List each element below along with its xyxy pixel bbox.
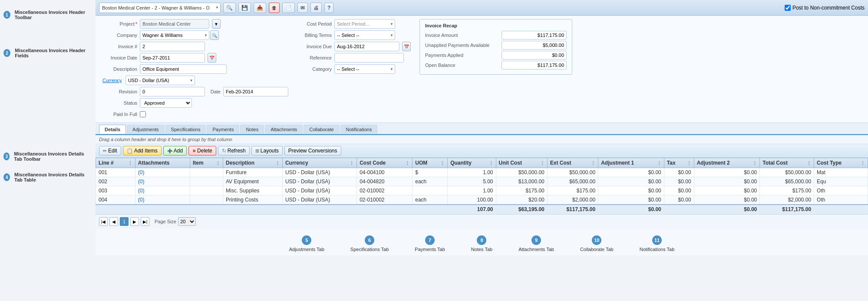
breadcrumb-select[interactable]: Boston Medical Center - 2 - Wagner & Wil… xyxy=(99,3,221,13)
status-select[interactable]: Approved xyxy=(140,98,192,108)
col-header-ext-cost[interactable]: Ext Cost⋮ xyxy=(547,158,598,168)
currency-sort-icon[interactable]: ⋮ xyxy=(350,161,354,165)
cell-line-1: 002 xyxy=(96,177,135,186)
edit-button[interactable]: Edit xyxy=(99,146,121,155)
company-search-btn[interactable] xyxy=(210,30,219,40)
save-button[interactable] xyxy=(238,3,251,13)
tab-payments[interactable]: Payments xyxy=(207,125,239,134)
add-button[interactable]: Add xyxy=(163,146,187,155)
table-row[interactable]: 001 (0) Furniture USD - Dollar (USA) 04-… xyxy=(96,168,868,177)
col-header-tax[interactable]: Tax⋮ xyxy=(664,158,694,168)
cell-item-3 xyxy=(190,195,223,205)
cost-code-sort-icon[interactable]: ⋮ xyxy=(405,161,409,165)
cell-attachments-1[interactable]: (0) xyxy=(135,177,190,186)
revision-date-input[interactable] xyxy=(223,87,288,96)
invoice-due-calendar-icon xyxy=(404,43,409,50)
qty-sort-icon[interactable]: ⋮ xyxy=(489,161,493,165)
help-button[interactable] xyxy=(324,3,333,13)
breadcrumb-select-wrapper[interactable]: Boston Medical Center - 2 - Wagner & Wil… xyxy=(99,3,221,13)
desc-sort-icon[interactable]: ⋮ xyxy=(275,161,280,165)
total-cost-sort-icon[interactable]: ⋮ xyxy=(807,161,811,165)
cost-type-sort-icon[interactable]: ⋮ xyxy=(861,161,865,165)
cell-attachments-0[interactable]: (0) xyxy=(135,168,190,177)
invoice-due-calendar-btn[interactable] xyxy=(402,42,411,51)
add-items-button[interactable]: Add Items xyxy=(123,146,162,155)
uom-sort-icon[interactable]: ⋮ xyxy=(440,161,445,165)
invoice-date-calendar-btn[interactable] xyxy=(208,53,216,63)
currency-link[interactable]: Currency xyxy=(102,78,122,83)
tab-specifications[interactable]: Specifications xyxy=(165,125,206,134)
adj2-sort-icon[interactable]: ⋮ xyxy=(752,161,757,165)
table-row[interactable]: 002 (0) AV Equipment USD - Dollar (USA) … xyxy=(96,177,868,186)
unit-cost-sort-icon[interactable]: ⋮ xyxy=(540,161,545,165)
revision-input[interactable] xyxy=(140,87,205,96)
post-noncommitment-checkbox[interactable] xyxy=(785,5,791,11)
side-annotations: 1 Miscellaneous Invoices Header Toolbar … xyxy=(0,0,96,185)
col-header-currency[interactable]: Currency⋮ xyxy=(282,158,356,168)
layouts-button[interactable]: Layouts xyxy=(251,146,283,155)
drag-hint: Drag a column header and drop it here to… xyxy=(96,135,868,144)
currency-select[interactable]: USD - Dollar (USA) xyxy=(125,76,195,85)
tax-sort-icon[interactable]: ⋮ xyxy=(687,161,691,165)
col-header-item[interactable]: Item⋮ xyxy=(190,158,223,168)
category-select[interactable]: -- Select -- xyxy=(334,64,395,74)
company-label: Company xyxy=(102,33,137,38)
col-header-cost-code[interactable]: Cost Code⋮ xyxy=(357,158,413,168)
tab-attachments[interactable]: Attachments xyxy=(265,125,303,134)
annotation-10: 10 Collaborate Tab xyxy=(580,235,614,252)
invoice-num-input[interactable] xyxy=(140,42,205,51)
cell-attachments-2[interactable]: (0) xyxy=(135,186,190,195)
next-page-btn[interactable]: ▶ xyxy=(130,217,139,226)
billing-terms-select[interactable]: -- Select -- xyxy=(334,30,395,40)
col-header-adj1[interactable]: Adjustment 1⋮ xyxy=(598,158,664,168)
adj1-sort-icon[interactable]: ⋮ xyxy=(657,161,661,165)
delete-button[interactable] xyxy=(269,3,280,13)
col-header-cost-type[interactable]: Cost Type⋮ xyxy=(814,158,868,168)
company-select-wrapper[interactable]: Wagner & Williams xyxy=(140,30,209,40)
cell-cost-type-1: Equ xyxy=(814,177,868,186)
delete-row-label: Delete xyxy=(197,148,212,154)
preview-conversions-button[interactable]: Preview Conversions xyxy=(284,146,341,155)
print-button[interactable] xyxy=(310,3,322,13)
col-header-adj2[interactable]: Adjustment 2⋮ xyxy=(694,158,760,168)
table-row[interactable]: 003 (0) Misc. Supplies USD - Dollar (USA… xyxy=(96,186,868,195)
search-button[interactable] xyxy=(223,3,236,13)
tab-notifications[interactable]: Notifications xyxy=(340,125,378,134)
project-select-btn[interactable]: ▼ xyxy=(212,19,221,29)
description-input[interactable] xyxy=(140,64,227,74)
email-button[interactable] xyxy=(297,3,308,13)
invoice-date-input[interactable] xyxy=(140,53,205,63)
cost-period-select[interactable]: Select Period... Select Period " Select … xyxy=(334,19,395,29)
col-header-quantity[interactable]: Quantity⋮ xyxy=(448,158,496,168)
company-select[interactable]: Wagner & Williams xyxy=(140,30,209,40)
col-header-total-cost[interactable]: Total Cost⋮ xyxy=(760,158,814,168)
line-sort-icon[interactable]: ⋮ xyxy=(128,161,132,165)
item-sort-icon[interactable]: ⋮ xyxy=(216,161,220,165)
cell-adj1-3: $0.00 xyxy=(598,195,664,205)
save-close-button[interactable] xyxy=(254,3,266,13)
delete-row-button[interactable]: Delete xyxy=(188,146,216,155)
table-row[interactable]: 004 (0) Printing Costs USD - Dollar (USA… xyxy=(96,195,868,205)
tab-collaborate[interactable]: Collaborate xyxy=(304,125,339,134)
prev-page-btn[interactable]: ◀ xyxy=(109,217,118,226)
reference-input[interactable] xyxy=(334,53,404,63)
col-header-attachments[interactable]: Attachments xyxy=(135,158,190,168)
new-button[interactable]: 📄 xyxy=(282,3,295,13)
tab-details[interactable]: Details xyxy=(99,125,126,134)
cell-total-cost-2: $175.00 xyxy=(760,186,814,195)
col-header-unit-cost[interactable]: Unit Cost⋮ xyxy=(496,158,547,168)
cell-attachments-3[interactable]: (0) xyxy=(135,195,190,205)
col-header-uom[interactable]: UOM⋮ xyxy=(413,158,448,168)
badge-11: 11 xyxy=(652,235,662,245)
col-header-line[interactable]: Line #⋮ xyxy=(96,158,135,168)
refresh-button[interactable]: Refresh xyxy=(218,146,250,155)
col-header-description[interactable]: Description⋮ xyxy=(223,158,283,168)
paid-in-full-checkbox[interactable] xyxy=(140,111,146,117)
tab-adjustments[interactable]: Adjustments xyxy=(127,125,165,134)
last-page-btn[interactable]: ▶| xyxy=(141,217,149,226)
invoice-due-input[interactable] xyxy=(334,42,399,51)
ext-cost-sort-icon[interactable]: ⋮ xyxy=(591,161,595,165)
first-page-btn[interactable]: |◀ xyxy=(99,217,108,226)
tab-notes[interactable]: Notes xyxy=(240,125,264,134)
page-size-select[interactable]: 20 50 100 xyxy=(178,217,196,226)
